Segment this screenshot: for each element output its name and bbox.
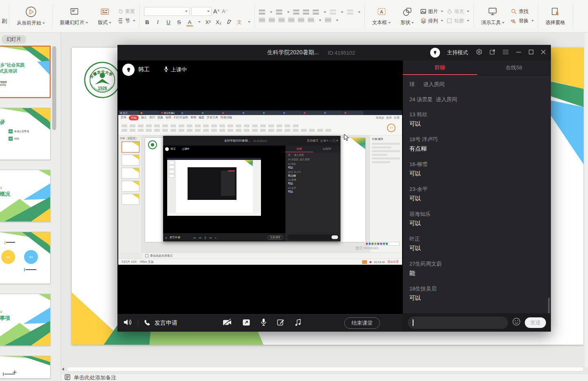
end-class-button[interactable]: 结束课堂 — [344, 317, 380, 329]
selection-pane-button[interactable]: 选择窗格 — [542, 4, 568, 28]
strikethrough-button[interactable]: S — [176, 19, 182, 25]
align-left-icon[interactable] — [259, 18, 265, 22]
meeting-titlebar[interactable]: 生科学院2020暑期... ID:4195102 主持模式 — [117, 45, 551, 60]
align-center-icon[interactable] — [269, 18, 275, 22]
distribute-icon[interactable] — [298, 18, 304, 22]
notes-bar[interactable]: 单击此处添加备注 — [61, 374, 588, 381]
replace-button[interactable]: AB 替换 — [511, 18, 534, 24]
slide-thumbnail-4[interactable]: 03 04 — [0, 232, 51, 284]
exit-share-button[interactable]: 退出分享 — [387, 260, 399, 264]
numbered-list-icon[interactable] — [276, 10, 282, 14]
chat-message-sender: 叶正 — [409, 235, 544, 242]
screen-share-icon[interactable] — [242, 319, 250, 328]
share-toolbar-icon — [276, 129, 282, 132]
send-button[interactable]: 发送 — [525, 317, 546, 328]
align-right-icon[interactable] — [279, 18, 285, 22]
pinyin-guide-button[interactable]: 文 — [236, 19, 243, 26]
share-toolbar-icon — [252, 124, 258, 127]
microphone-icon[interactable] — [261, 318, 267, 328]
paragraph-spacing-icon[interactable] — [325, 18, 331, 22]
font-family-select[interactable] — [144, 7, 190, 16]
layout-button[interactable]: 版式 — [95, 4, 115, 28]
chat-message-sender: 球 进入房间 — [409, 81, 544, 88]
italic-button[interactable]: I — [155, 19, 161, 25]
chat-tab-online[interactable]: 在线58 — [477, 60, 551, 75]
chat-scrollbar[interactable] — [548, 298, 550, 313]
slide-thumbnail-6[interactable] — [0, 356, 51, 379]
new-slide-button[interactable]: 新建幻灯片 — [57, 4, 91, 28]
annotate-icon[interactable] — [277, 319, 285, 328]
share-browser-tab — [303, 111, 323, 115]
slide-thumbnail-5[interactable]: PART 2 注意事项 — [0, 294, 51, 346]
chat-tab-group[interactable]: 群聊 — [403, 60, 477, 75]
increase-indent-icon[interactable] — [303, 10, 309, 14]
increase-font-button[interactable]: A⁺ — [213, 8, 220, 15]
share-props-title: 对象属性 — [372, 137, 383, 140]
outline-button[interactable]: 轮廓 — [447, 18, 469, 24]
minimize-icon[interactable] — [516, 49, 522, 56]
section-button[interactable]: 节 — [118, 18, 135, 24]
chat-message-sender: 13 韩欣 — [409, 111, 544, 118]
settings-gear-icon[interactable] — [476, 49, 482, 57]
underline-button[interactable]: U — [165, 19, 172, 25]
reset-button[interactable]: 重置 — [118, 8, 135, 15]
slide1-title-line2: 式及培训 — [0, 69, 17, 73]
text-align-vertical-icon[interactable] — [347, 10, 353, 14]
chat-join-action: 进入房间 — [436, 96, 457, 102]
canvas-horizontal-scrollbar[interactable] — [66, 367, 584, 372]
arrange-button[interactable]: 排列 — [420, 18, 443, 24]
music-icon[interactable] — [295, 319, 301, 328]
canvas-vertical-scrollbar[interactable] — [584, 33, 588, 367]
chat-message: 13 韩欣可以 — [409, 111, 544, 128]
presenter-info: 韩工 上课中 — [122, 64, 187, 76]
presentation-tools-button[interactable]: 演示工具 — [478, 4, 508, 28]
superscript-button[interactable]: X² — [205, 19, 211, 25]
subscript-button[interactable]: X₂ — [215, 19, 222, 25]
slides-panel-scrollbar[interactable] — [52, 46, 56, 168]
slide-thumbnail-2[interactable]: 目录 03 各项注意事项 04 结语 — [0, 108, 51, 160]
textbox-button[interactable]: A 文本框 — [369, 4, 394, 28]
share-toolbar-icon — [146, 124, 152, 127]
chat-message-text: 可以 — [409, 120, 544, 128]
scroll-left-arrow[interactable] — [62, 368, 64, 371]
menu-hamburger-icon[interactable] — [502, 49, 509, 56]
add-slide-button[interactable]: + — [12, 368, 17, 377]
shape-button[interactable]: 形状 — [397, 4, 417, 28]
share-toolbar-icon — [154, 129, 160, 132]
slide1-subtitle1: 学学院团委 — [0, 81, 7, 83]
chat-input[interactable] — [408, 317, 508, 329]
justify-icon[interactable] — [288, 18, 294, 22]
clear-format-icon[interactable] — [226, 19, 232, 25]
arrange-label: 排列 — [428, 18, 438, 24]
ribbon-clipped-button[interactable]: 剧 — [2, 18, 7, 25]
columns-icon[interactable] — [330, 10, 336, 14]
slide-thumbnail-3[interactable]: PART 1 队伍概况 — [0, 170, 51, 222]
maximize-icon[interactable] — [528, 49, 534, 56]
speak-request-button[interactable]: 发言申请 — [144, 319, 177, 327]
bullet-list-icon[interactable] — [259, 10, 265, 14]
find-button[interactable]: 查找 — [511, 8, 534, 15]
text-direction-icon[interactable] — [313, 10, 319, 14]
share-toolbar-icon — [179, 129, 184, 132]
picture-button[interactable]: 图片 — [420, 8, 443, 15]
fill-button[interactable]: 填充 — [447, 8, 469, 15]
camera-off-icon[interactable] — [222, 319, 232, 328]
decrease-indent-icon[interactable] — [293, 10, 299, 14]
nested-video-stage: 韩工 上课中 — [163, 146, 285, 233]
font-color-button[interactable]: A — [186, 19, 193, 25]
slide-thumbnail-1[interactable]: 三下乡”社会实践式及培训 学学院团委年7月23日 — [0, 46, 51, 98]
start-from-current-button[interactable]: 从当前开始 — [13, 4, 48, 28]
activate-windows-watermark: 激活 Windows — [355, 246, 378, 251]
line-spacing-icon[interactable] — [308, 18, 314, 22]
close-icon[interactable] — [541, 49, 546, 56]
decrease-font-button[interactable]: A⁻ — [222, 8, 228, 14]
speaker-icon[interactable] — [123, 318, 132, 328]
speak-request-label: 发言申请 — [155, 319, 177, 327]
font-size-select[interactable] — [191, 7, 212, 16]
notes-icon — [64, 374, 71, 381]
popout-icon[interactable] — [489, 49, 495, 57]
bold-button[interactable]: B — [144, 19, 150, 25]
share-toolbar-icon — [130, 129, 135, 132]
emoji-icon[interactable] — [512, 317, 521, 328]
slides-panel-tab[interactable]: 幻灯片 — [2, 35, 26, 44]
